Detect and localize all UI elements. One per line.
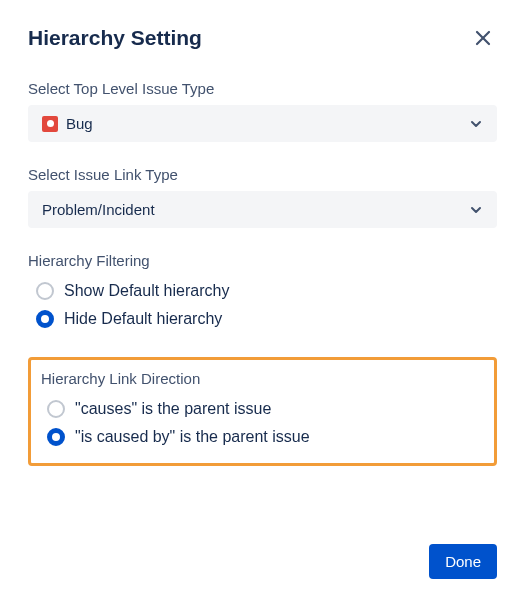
chevron-down-icon <box>469 203 483 217</box>
radio-label: Hide Default hierarchy <box>64 310 222 328</box>
link-type-select[interactable]: Problem/Incident <box>28 191 497 228</box>
radio-unchecked-icon <box>36 282 54 300</box>
done-button[interactable]: Done <box>429 544 497 579</box>
link-direction-label: Hierarchy Link Direction <box>41 370 484 387</box>
link-direction-highlight: Hierarchy Link Direction "causes" is the… <box>28 357 497 466</box>
link-direction-option-causes[interactable]: "causes" is the parent issue <box>47 395 484 423</box>
top-level-select[interactable]: Bug <box>28 105 497 142</box>
radio-checked-icon <box>36 310 54 328</box>
close-icon <box>473 28 493 48</box>
radio-label: "is caused by" is the parent issue <box>75 428 310 446</box>
radio-label: Show Default hierarchy <box>64 282 229 300</box>
top-level-value: Bug <box>66 115 93 132</box>
link-type-value: Problem/Incident <box>42 201 155 218</box>
filtering-label: Hierarchy Filtering <box>28 252 497 269</box>
top-level-label: Select Top Level Issue Type <box>28 80 497 97</box>
bug-icon <box>42 116 58 132</box>
chevron-down-icon <box>469 117 483 131</box>
radio-checked-icon <box>47 428 65 446</box>
link-direction-option-caused-by[interactable]: "is caused by" is the parent issue <box>47 423 484 451</box>
filtering-option-show[interactable]: Show Default hierarchy <box>36 277 497 305</box>
link-type-label: Select Issue Link Type <box>28 166 497 183</box>
close-button[interactable] <box>469 24 497 52</box>
dialog-title: Hierarchy Setting <box>28 26 202 50</box>
radio-label: "causes" is the parent issue <box>75 400 271 418</box>
filtering-option-hide[interactable]: Hide Default hierarchy <box>36 305 497 333</box>
radio-unchecked-icon <box>47 400 65 418</box>
